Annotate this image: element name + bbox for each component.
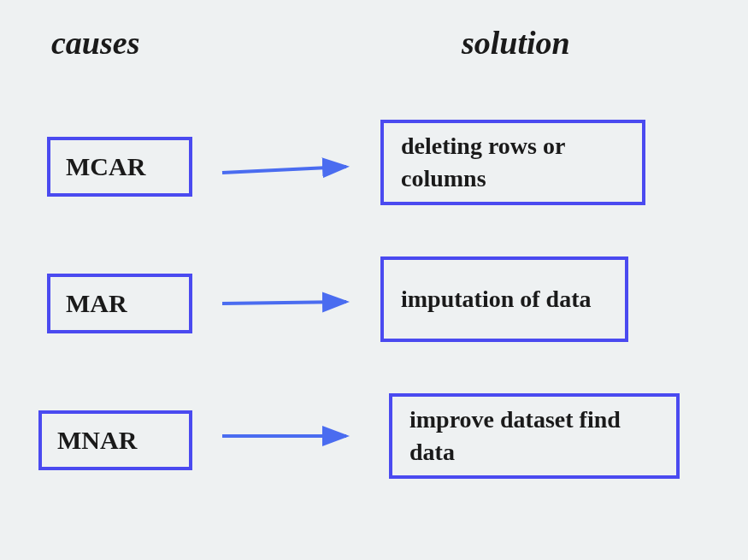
arrow-icon: [218, 154, 363, 188]
solution-box-mnar: improve dataset find data: [389, 393, 680, 479]
solution-box-mar: imputation of data: [380, 256, 628, 342]
solution-box-mcar: deleting rows or columns: [380, 120, 645, 205]
arrow-icon: [218, 419, 363, 453]
svg-line-0: [222, 167, 346, 173]
cause-box-mnar: MNAR: [38, 410, 192, 470]
svg-line-1: [222, 302, 346, 304]
cause-box-mar: MAR: [47, 274, 192, 333]
arrow-icon: [218, 286, 363, 321]
header-solution: solution: [462, 24, 570, 62]
cause-box-mcar: MCAR: [47, 137, 192, 197]
header-causes: causes: [51, 24, 139, 62]
